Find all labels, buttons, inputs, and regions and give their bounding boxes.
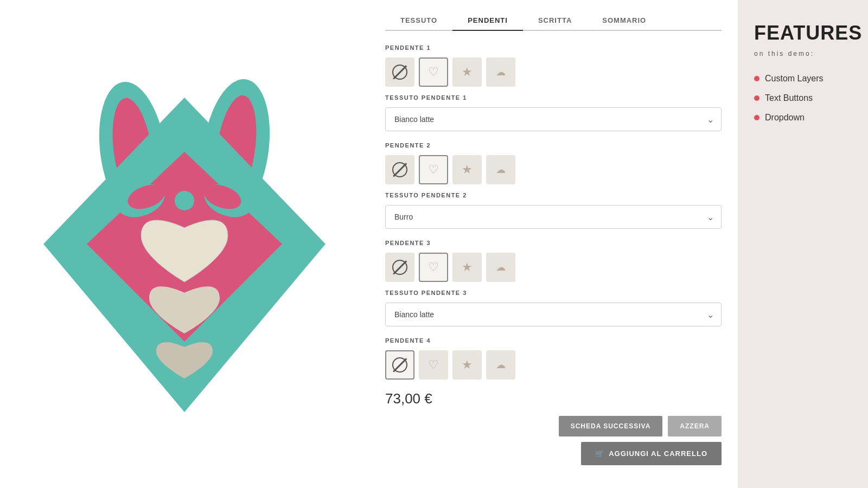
pendente-4-star-btn[interactable]: ★ <box>452 350 482 380</box>
product-image-area <box>0 0 369 488</box>
tessuto-pendente-2-wrapper: Bianco latte Burro Rosa Azzurro ⌄ <box>385 205 722 229</box>
tessuto-pendente-2-select[interactable]: Bianco latte Burro Rosa Azzurro <box>385 205 722 229</box>
star-icon: ★ <box>462 163 473 177</box>
pendente-3-section: PENDENTE 3 ♡ ★ ☁ TESSUTO PENDENTE 3 Bian… <box>385 240 722 326</box>
pendente-3-star-btn[interactable]: ★ <box>452 253 482 282</box>
feature-label-3: Dropdown <box>765 113 805 123</box>
pendente-1-section: PENDENTE 1 ♡ ★ ☁ TESSUTO PENDENTE 1 Bian… <box>385 44 722 131</box>
heart-icon: ♡ <box>428 358 439 372</box>
feature-bullet-1 <box>754 76 760 81</box>
features-sidebar: FEATURES on this demo: Custom Layers Tex… <box>738 0 868 488</box>
features-subtitle: on this demo: <box>754 50 852 57</box>
pendente-4-label: PENDENTE 4 <box>385 337 722 344</box>
feature-item-2: Text Buttons <box>754 93 852 103</box>
svg-point-8 <box>175 191 194 210</box>
feature-item-1: Custom Layers <box>754 74 852 84</box>
heart-icon: ♡ <box>428 65 439 79</box>
price: 73,00 € <box>385 390 722 407</box>
tessuto-pendente-2-label: TESSUTO PENDENTE 2 <box>385 192 722 198</box>
pendente-3-heart-btn[interactable]: ♡ <box>419 253 448 282</box>
tessuto-pendente-1-label: TESSUTO PENDENTE 1 <box>385 94 722 101</box>
no-shape-icon <box>392 65 407 80</box>
tessuto-pendente-1-wrapper: Bianco latte Burro Rosa Azzurro ⌄ <box>385 107 722 131</box>
pendente-1-label: PENDENTE 1 <box>385 44 722 51</box>
tabs: TESSUTO PENDENTI SCRITTA SOMMARIO <box>385 11 722 31</box>
pendente-2-options: ♡ ★ ☁ <box>385 155 722 184</box>
pendente-3-label: PENDENTE 3 <box>385 240 722 246</box>
pendente-1-none-btn[interactable] <box>385 57 414 87</box>
cart-button-label: AGGIUNGI AL CARRELLO <box>609 450 707 458</box>
heart-icon: ♡ <box>428 163 439 177</box>
pendente-2-cloud-btn[interactable]: ☁ <box>486 155 515 184</box>
no-shape-icon <box>392 357 407 373</box>
pendente-1-options: ♡ ★ ☁ <box>385 57 722 87</box>
star-icon: ★ <box>462 260 473 274</box>
feature-item-3: Dropdown <box>754 113 852 123</box>
cloud-icon: ☁ <box>496 359 506 371</box>
tab-scritta[interactable]: SCRITTA <box>523 11 587 31</box>
heart-icon: ♡ <box>428 260 439 274</box>
pendente-4-cloud-btn[interactable]: ☁ <box>486 350 515 380</box>
pendente-3-options: ♡ ★ ☁ <box>385 253 722 282</box>
star-icon: ★ <box>462 65 473 79</box>
next-button[interactable]: SCHEDA SUCCESSIVA <box>559 416 663 436</box>
no-shape-icon <box>392 260 407 275</box>
configurator-area: TESSUTO PENDENTI SCRITTA SOMMARIO PENDEN… <box>369 0 738 488</box>
tessuto-pendente-1-select[interactable]: Bianco latte Burro Rosa Azzurro <box>385 107 722 131</box>
pendente-4-heart-btn[interactable]: ♡ <box>419 350 448 380</box>
tessuto-pendente-3-select[interactable]: Bianco latte Burro Rosa Azzurro <box>385 303 722 326</box>
pendente-3-cloud-btn[interactable]: ☁ <box>486 253 515 282</box>
tab-pendenti[interactable]: PENDENTI <box>452 11 523 31</box>
pendente-4-none-btn[interactable] <box>385 350 414 380</box>
pendente-1-star-btn[interactable]: ★ <box>452 57 482 87</box>
tab-tessuto[interactable]: TESSUTO <box>385 11 452 31</box>
cloud-icon: ☁ <box>496 164 506 176</box>
tab-sommario[interactable]: SOMMARIO <box>587 11 661 31</box>
cloud-icon: ☁ <box>496 66 506 78</box>
star-icon: ★ <box>462 358 473 372</box>
feature-label-2: Text Buttons <box>765 93 813 103</box>
pendente-2-label: PENDENTE 2 <box>385 142 722 149</box>
feature-label-1: Custom Layers <box>765 74 824 84</box>
reset-button[interactable]: AZZERA <box>668 416 722 436</box>
pendente-4-options: ♡ ★ ☁ <box>385 350 722 380</box>
pendente-1-cloud-btn[interactable]: ☁ <box>486 57 515 87</box>
pendente-2-section: PENDENTE 2 ♡ ★ ☁ TESSUTO PENDENTE 2 Bian… <box>385 142 722 229</box>
pendente-3-none-btn[interactable] <box>385 253 414 282</box>
pendente-4-section: PENDENTE 4 ♡ ★ ☁ <box>385 337 722 380</box>
pendente-1-heart-btn[interactable]: ♡ <box>419 57 448 87</box>
tessuto-pendente-3-wrapper: Bianco latte Burro Rosa Azzurro ⌄ <box>385 303 722 326</box>
product-image <box>33 54 336 434</box>
pendente-2-none-btn[interactable] <box>385 155 414 184</box>
cloud-icon: ☁ <box>496 261 506 273</box>
tessuto-pendente-3-label: TESSUTO PENDENTE 3 <box>385 290 722 296</box>
features-title: FEATURES <box>754 22 852 44</box>
add-to-cart-button[interactable]: 🛒AGGIUNGI AL CARRELLO <box>581 442 722 465</box>
pendente-2-heart-btn[interactable]: ♡ <box>419 155 448 184</box>
action-buttons: SCHEDA SUCCESSIVA AZZERA 🛒AGGIUNGI AL CA… <box>385 416 722 465</box>
feature-bullet-3 <box>754 115 760 120</box>
cart-icon: 🛒 <box>595 450 604 458</box>
top-btn-row: SCHEDA SUCCESSIVA AZZERA <box>559 416 722 436</box>
no-shape-icon <box>392 162 407 177</box>
feature-bullet-2 <box>754 95 760 101</box>
pendente-2-star-btn[interactable]: ★ <box>452 155 482 184</box>
